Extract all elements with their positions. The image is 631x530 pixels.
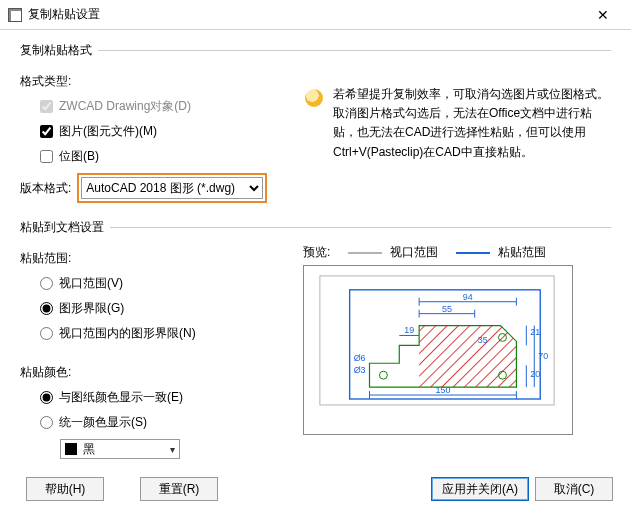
close-icon[interactable]: ✕ bbox=[583, 8, 623, 22]
svg-text:70: 70 bbox=[538, 351, 548, 361]
format-type-label: 格式类型: bbox=[20, 73, 295, 90]
color-value: 黑 bbox=[83, 441, 95, 458]
chevron-down-icon: ▾ bbox=[170, 444, 175, 455]
legend-viewport-label: 视口范围 bbox=[390, 244, 438, 261]
svg-text:Ø6: Ø6 bbox=[354, 353, 366, 363]
checkbox-zwcad[interactable]: ZWCAD Drawing对象(D) bbox=[40, 98, 295, 115]
paste-color-label: 粘贴颜色: bbox=[20, 364, 295, 381]
cancel-button[interactable]: 取消(C) bbox=[535, 477, 613, 501]
checkbox-bitmap[interactable]: 位图(B) bbox=[40, 148, 295, 165]
radio-inview-label: 视口范围内的图形界限(N) bbox=[59, 325, 196, 342]
checkbox-image-label: 图片(图元文件)(M) bbox=[59, 123, 157, 140]
radio-color-match-label: 与图纸颜色显示一致(E) bbox=[59, 389, 183, 406]
checkbox-bitmap-label: 位图(B) bbox=[59, 148, 99, 165]
legend-swatch-gray bbox=[348, 252, 382, 254]
group1-title: 复制粘贴格式 bbox=[20, 42, 98, 59]
app-icon bbox=[8, 8, 22, 22]
svg-point-3 bbox=[379, 371, 387, 379]
lightbulb-icon bbox=[305, 89, 323, 107]
svg-text:55: 55 bbox=[442, 304, 452, 314]
info-line2: 取消图片格式勾选后，无法在Office文档中进行粘贴，也无法在CAD进行选择性粘… bbox=[333, 104, 611, 162]
legend-swatch-blue bbox=[456, 252, 490, 254]
svg-text:94: 94 bbox=[463, 292, 473, 302]
radio-extents-input[interactable] bbox=[40, 302, 53, 315]
svg-text:Ø3: Ø3 bbox=[354, 365, 366, 375]
reset-button[interactable]: 重置(R) bbox=[140, 477, 218, 501]
radio-color-match[interactable]: 与图纸颜色显示一致(E) bbox=[40, 389, 295, 406]
radio-viewport-label: 视口范围(V) bbox=[59, 275, 123, 292]
radio-inview-input[interactable] bbox=[40, 327, 53, 340]
radio-extents-label: 图形界限(G) bbox=[59, 300, 124, 317]
window-title: 复制粘贴设置 bbox=[28, 6, 583, 23]
version-label: 版本格式: bbox=[20, 180, 71, 197]
color-swatch-icon bbox=[65, 443, 77, 455]
paste-range-label: 粘贴范围: bbox=[20, 250, 295, 267]
preview-label: 预览: bbox=[303, 244, 330, 261]
help-button[interactable]: 帮助(H) bbox=[26, 477, 104, 501]
divider bbox=[98, 50, 611, 51]
info-line1: 若希望提升复制效率，可取消勾选图片或位图格式。 bbox=[333, 85, 611, 104]
radio-viewport[interactable]: 视口范围(V) bbox=[40, 275, 295, 292]
svg-text:35: 35 bbox=[478, 335, 488, 345]
radio-color-uniform[interactable]: 统一颜色显示(S) bbox=[40, 414, 295, 431]
legend-paste-label: 粘贴范围 bbox=[498, 244, 546, 261]
preview-box: 94 55 19 35 21 70 20 150 Ø6 Ø3 bbox=[303, 265, 573, 435]
radio-inview[interactable]: 视口范围内的图形界限(N) bbox=[40, 325, 295, 342]
svg-text:20: 20 bbox=[530, 369, 540, 379]
version-combo-highlight: AutoCAD 2018 图形 (*.dwg) bbox=[77, 173, 267, 203]
legend-paste: 粘贴范围 bbox=[456, 244, 546, 261]
checkbox-zwcad-input bbox=[40, 100, 53, 113]
info-text: 若希望提升复制效率，可取消勾选图片或位图格式。 取消图片格式勾选后，无法在Off… bbox=[333, 85, 611, 162]
version-select[interactable]: AutoCAD 2018 图形 (*.dwg) bbox=[81, 177, 263, 199]
svg-text:19: 19 bbox=[404, 325, 414, 335]
radio-color-uniform-input[interactable] bbox=[40, 416, 53, 429]
apply-close-button[interactable]: 应用并关闭(A) bbox=[431, 477, 529, 501]
checkbox-bitmap-input[interactable] bbox=[40, 150, 53, 163]
divider bbox=[110, 227, 611, 228]
legend-viewport: 视口范围 bbox=[348, 244, 438, 261]
color-select[interactable]: 黑 ▾ bbox=[60, 439, 180, 459]
checkbox-zwcad-label: ZWCAD Drawing对象(D) bbox=[59, 98, 191, 115]
radio-extents[interactable]: 图形界限(G) bbox=[40, 300, 295, 317]
svg-text:150: 150 bbox=[436, 385, 451, 395]
checkbox-image-input[interactable] bbox=[40, 125, 53, 138]
radio-color-uniform-label: 统一颜色显示(S) bbox=[59, 414, 147, 431]
svg-text:21: 21 bbox=[530, 327, 540, 337]
radio-color-match-input[interactable] bbox=[40, 391, 53, 404]
group2-title: 粘贴到文档设置 bbox=[20, 219, 110, 236]
checkbox-image[interactable]: 图片(图元文件)(M) bbox=[40, 123, 295, 140]
preview-svg: 94 55 19 35 21 70 20 150 Ø6 Ø3 bbox=[304, 266, 572, 435]
radio-viewport-input[interactable] bbox=[40, 277, 53, 290]
